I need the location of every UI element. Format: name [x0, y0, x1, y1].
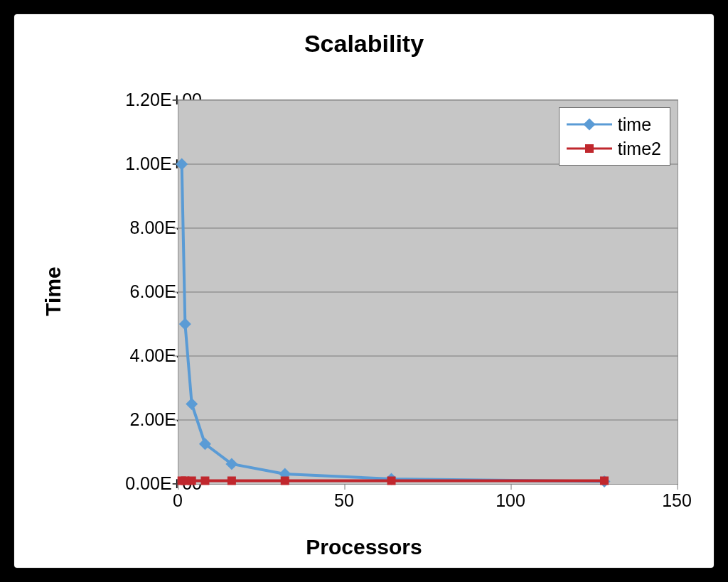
legend: time time2 — [559, 107, 670, 166]
svg-rect-27 — [188, 477, 196, 485]
legend-item-time: time — [567, 112, 661, 136]
x-axis-title: Processors — [14, 535, 714, 559]
svg-rect-30 — [281, 477, 289, 485]
x-tick-label: 100 — [496, 490, 525, 511]
svg-rect-31 — [387, 477, 396, 485]
x-tick-label: 50 — [334, 490, 354, 511]
svg-rect-29 — [228, 477, 236, 485]
svg-rect-17 — [176, 158, 188, 171]
svg-rect-28 — [200, 477, 209, 485]
legend-label-time: time — [618, 114, 651, 135]
legend-label-time2: time2 — [618, 139, 661, 159]
legend-swatch-time — [567, 116, 612, 133]
x-tick-label: 0 — [173, 490, 183, 511]
legend-swatch-time2 — [567, 140, 612, 157]
svg-rect-18 — [179, 318, 191, 330]
svg-rect-19 — [186, 398, 198, 410]
chart-frame: Scalability Time Processors 0.00E+002.00… — [14, 14, 714, 568]
svg-rect-32 — [600, 477, 609, 485]
chart-title: Scalability — [14, 30, 714, 58]
x-tick-label: 150 — [662, 490, 692, 511]
legend-item-time2: time2 — [567, 136, 661, 161]
plot-area: time time2 — [178, 99, 678, 485]
